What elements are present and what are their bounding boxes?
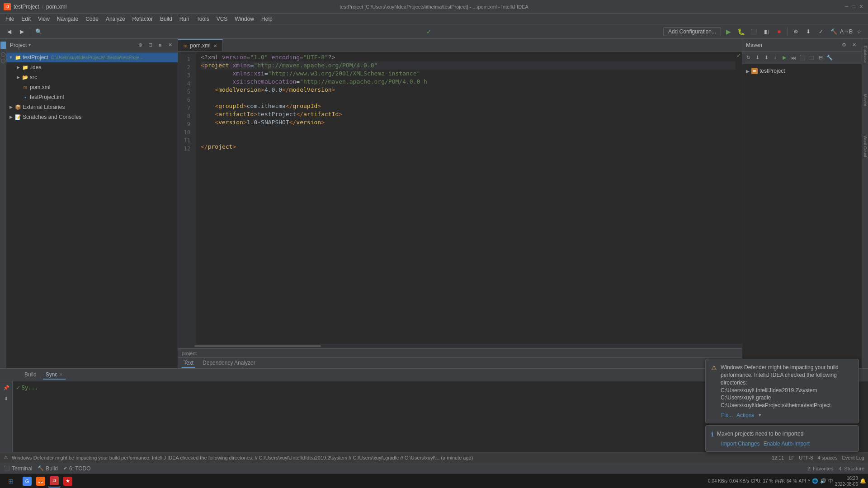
- menu-edit[interactable]: Edit: [18, 15, 34, 23]
- maven-download-button[interactable]: ⬇: [762, 54, 770, 62]
- vcs-update-button[interactable]: ⬇: [803, 26, 814, 37]
- add-configuration-button[interactable]: Add Configuration...: [663, 27, 721, 36]
- status-line-sep[interactable]: LF: [788, 455, 794, 460]
- bottom-tab-sync[interactable]: Sync ✕: [43, 371, 66, 380]
- maven-add-button[interactable]: +: [771, 54, 779, 62]
- favorites-label[interactable]: 2: Favorites: [807, 466, 833, 471]
- status-encoding[interactable]: UTF-8: [799, 455, 813, 460]
- maven-close-button[interactable]: ✕: [850, 41, 858, 49]
- panel-locate-button[interactable]: ⊕: [136, 41, 144, 49]
- maven-skip-button[interactable]: ⏭: [789, 54, 797, 62]
- maven-tools-button[interactable]: 🔧: [826, 54, 834, 62]
- menu-refactor[interactable]: Refactor: [129, 15, 156, 23]
- right-icon-maven[interactable]: Maven: [863, 87, 868, 114]
- tree-item-idea[interactable]: ▶ 📁 .idea: [6, 62, 178, 72]
- taskbar-intellij[interactable]: IJ: [48, 475, 61, 488]
- right-icon-database[interactable]: Database: [863, 41, 868, 68]
- bottom-pin-button[interactable]: 📌: [2, 383, 11, 392]
- taskbar-start-button[interactable]: ⊞: [2, 475, 20, 488]
- menu-code[interactable]: Code: [82, 15, 102, 23]
- actions-dropdown-arrow[interactable]: ▾: [759, 412, 761, 418]
- menu-help[interactable]: Help: [258, 15, 276, 23]
- todo-tab[interactable]: ✔ 6: TODO: [63, 465, 91, 472]
- menu-file[interactable]: File: [2, 15, 18, 23]
- status-position[interactable]: 12:11: [772, 455, 784, 460]
- coverage-button[interactable]: ◧: [761, 26, 772, 37]
- build-tab-bottom[interactable]: 🔨 Build: [38, 465, 58, 472]
- import-changes-link[interactable]: Import Changes: [721, 441, 760, 447]
- maven-project-button[interactable]: A→B: [841, 26, 852, 37]
- debug-button[interactable]: 🐛: [736, 26, 746, 37]
- settings-button[interactable]: ⚙: [790, 26, 801, 37]
- breadcrumb-project[interactable]: project: [182, 351, 197, 356]
- maximize-button[interactable]: □: [851, 4, 857, 10]
- structure-label[interactable]: 4: Structure: [839, 466, 864, 471]
- bookmark-button[interactable]: ☆: [854, 26, 864, 37]
- menu-tools[interactable]: Tools: [193, 15, 213, 23]
- notif-fix-link[interactable]: Fix...: [721, 412, 733, 418]
- bottom-tab-build[interactable]: Build: [22, 371, 39, 380]
- status-indent[interactable]: 4 spaces: [817, 455, 837, 460]
- tree-item-pom[interactable]: m pom.xml: [6, 82, 178, 92]
- forward-button[interactable]: ▶: [16, 26, 27, 37]
- run-button[interactable]: ▶: [723, 26, 734, 37]
- menu-window[interactable]: Window: [231, 15, 258, 23]
- right-icon-word-count[interactable]: Word Count: [863, 133, 868, 160]
- panel-settings-button[interactable]: ≡: [156, 41, 164, 49]
- tree-item-src[interactable]: ▶ 📂 src: [6, 72, 178, 82]
- build-project-button[interactable]: 🔨: [828, 26, 839, 37]
- xml-eq3: =: [250, 61, 254, 70]
- left-icon-2[interactable]: [1, 59, 5, 63]
- menu-vcs[interactable]: VCS: [213, 15, 231, 23]
- maven-collapse-all-button[interactable]: ⊟: [816, 54, 825, 62]
- back-button[interactable]: ◀: [4, 26, 14, 37]
- profile-button[interactable]: ⬛: [748, 26, 759, 37]
- maven-settings-button[interactable]: ⚙: [840, 41, 848, 49]
- tree-item-root[interactable]: ▼ 📁 testProject C:\Users\xuyl\IdeaProjec…: [6, 52, 178, 62]
- bottom-scroll-end-button[interactable]: ⬇: [2, 394, 11, 403]
- pom-tab-close[interactable]: ✕: [213, 43, 217, 48]
- tree-item-scratches[interactable]: ▶ 📝 Scratches and Consoles: [6, 112, 178, 122]
- panel-dropdown-arrow[interactable]: ▾: [28, 42, 31, 47]
- left-icon-1[interactable]: [1, 52, 5, 57]
- menu-build[interactable]: Build: [156, 15, 176, 23]
- maven-lifecycle-button[interactable]: ⬛: [798, 54, 807, 62]
- tray-network-icon[interactable]: 🌐: [812, 478, 818, 484]
- menu-navigate[interactable]: Navigate: [53, 15, 82, 23]
- tree-item-ext-libs[interactable]: ▶ 📦 External Libraries: [6, 102, 178, 112]
- footer-tab-dependency[interactable]: Dependency Analyzer: [201, 359, 257, 368]
- maven-project-item[interactable]: ▶ m testProject: [742, 66, 862, 76]
- terminal-tab[interactable]: ⬛ Terminal: [4, 465, 32, 472]
- taskbar-clock[interactable]: 16:23 2022-08-06: [835, 475, 858, 487]
- tray-volume-icon[interactable]: 🔊: [820, 478, 826, 484]
- horizontal-scrollbar[interactable]: [178, 344, 742, 348]
- scrollbar-thumb[interactable]: [194, 345, 321, 347]
- maven-import-button[interactable]: ⬇: [753, 54, 761, 62]
- sync-tab-close[interactable]: ✕: [59, 372, 63, 377]
- search-everywhere-button[interactable]: 🔍: [33, 26, 44, 37]
- footer-tab-text[interactable]: Text: [182, 359, 195, 368]
- maven-run-button[interactable]: ▶: [780, 54, 788, 62]
- panel-close-button[interactable]: ✕: [166, 41, 174, 49]
- notifications-icon[interactable]: 🔔: [860, 478, 866, 484]
- panel-collapse-button[interactable]: ⊟: [146, 41, 154, 49]
- maven-diagram-button[interactable]: ⬚: [807, 54, 816, 62]
- tray-expand[interactable]: ^: [808, 479, 810, 484]
- close-button[interactable]: ✕: [858, 4, 864, 10]
- menu-run[interactable]: Run: [176, 15, 193, 23]
- stop-button[interactable]: ■: [774, 26, 784, 37]
- tree-item-iml[interactable]: ▪ testProject.iml: [6, 92, 178, 102]
- minimize-button[interactable]: ─: [844, 4, 850, 10]
- menu-view[interactable]: View: [34, 15, 53, 23]
- event-log-link[interactable]: Event Log: [842, 455, 864, 460]
- menu-analyze[interactable]: Analyze: [102, 15, 129, 23]
- enable-auto-import-link[interactable]: Enable Auto-Import: [763, 441, 810, 447]
- taskbar-other-app[interactable]: ★: [61, 475, 74, 488]
- maven-refresh-button[interactable]: ↻: [744, 54, 752, 62]
- taskbar-chrome[interactable]: G: [21, 475, 33, 488]
- editor-tab-pom[interactable]: m pom.xml ✕: [178, 39, 223, 51]
- taskbar-firefox[interactable]: 🦊: [34, 475, 47, 488]
- tray-input-icon[interactable]: 中: [828, 478, 833, 484]
- code-content[interactable]: <?xml version = "1.0" encoding = "UTF-8"…: [196, 52, 736, 344]
- notif-actions-link[interactable]: Actions: [736, 412, 754, 418]
